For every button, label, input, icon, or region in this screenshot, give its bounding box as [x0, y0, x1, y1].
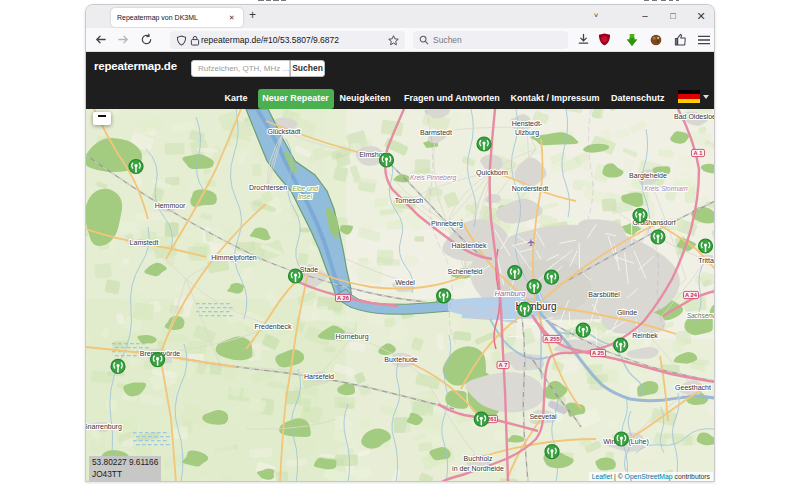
svg-text:Kreis Stormarn: Kreis Stormarn	[644, 185, 688, 192]
svg-text:Wedel: Wedel	[395, 279, 415, 286]
svg-text:Lamstedt: Lamstedt	[130, 239, 159, 246]
svg-text:Reinbek: Reinbek	[632, 332, 658, 339]
svg-text:Gnarrenburg: Gnarrenburg	[86, 423, 122, 431]
svg-text:Norderstedt: Norderstedt	[512, 185, 549, 192]
svg-text:Quickborn: Quickborn	[476, 169, 508, 177]
svg-text:Drochtersen: Drochtersen	[249, 184, 287, 191]
svg-text:A 24: A 24	[685, 292, 698, 298]
svg-text:Glückstadt: Glückstadt	[267, 128, 300, 135]
svg-text:A 1: A 1	[694, 150, 704, 156]
svg-text:Stade: Stade	[300, 266, 318, 273]
svg-text:Hamburg: Hamburg	[495, 289, 527, 298]
svg-text:Barsbüttel: Barsbüttel	[588, 291, 620, 298]
svg-text:Barmstedt: Barmstedt	[420, 129, 452, 136]
svg-text:Buxtehude: Buxtehude	[384, 356, 418, 363]
svg-text:Schenefeld: Schenefeld	[447, 268, 482, 275]
svg-text:Insel: Insel	[298, 193, 312, 200]
svg-text:Elbe und: Elbe und	[292, 185, 318, 192]
svg-text:Buchholz: Buchholz	[464, 455, 493, 462]
svg-text:Pinneberg: Pinneberg	[431, 220, 463, 228]
svg-text:Geesthacht: Geesthacht	[675, 384, 711, 391]
svg-text:Hemmoor: Hemmoor	[155, 202, 186, 209]
svg-text:Seevetal: Seevetal	[529, 413, 557, 420]
svg-text:A 26: A 26	[337, 295, 350, 301]
svg-text:Henstedt-: Henstedt-	[512, 120, 543, 127]
svg-text:Trittau: Trittau	[698, 257, 715, 264]
svg-text:Horneburg: Horneburg	[335, 333, 368, 341]
svg-text:Kreis Pinneberg: Kreis Pinneberg	[410, 174, 457, 182]
svg-text:Bargteheide: Bargteheide	[629, 172, 667, 180]
svg-text:Ulzburg: Ulzburg	[515, 129, 539, 137]
svg-text:Himmelpforten: Himmelpforten	[211, 254, 257, 262]
svg-text:Harsefeld: Harsefeld	[304, 373, 334, 380]
svg-text:Glinde: Glinde	[617, 309, 637, 316]
svg-text:Tornesch: Tornesch	[395, 197, 424, 204]
svg-text:A 25: A 25	[592, 350, 605, 356]
svg-text:Halstenbek: Halstenbek	[451, 242, 487, 249]
svg-text:Fredenbeck: Fredenbeck	[255, 323, 292, 330]
svg-text:A 255: A 255	[544, 336, 560, 342]
svg-text:A 7: A 7	[499, 362, 508, 368]
svg-text:Bad Oldesloe: Bad Oldesloe	[674, 113, 715, 120]
svg-text:Sachsenwald: Sachsenwald	[687, 312, 715, 319]
svg-text:in der Nordheide: in der Nordheide	[452, 465, 504, 472]
